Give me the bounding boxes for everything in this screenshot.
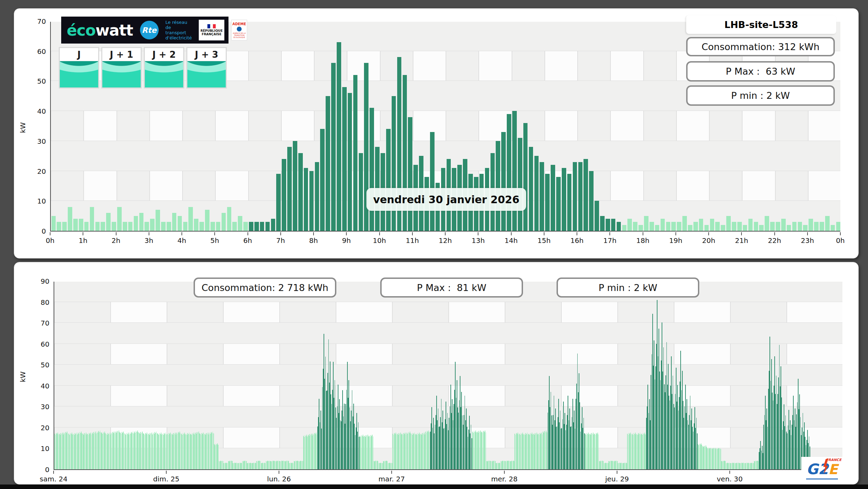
- selected-day-annotation: vendredi 30 janvier 2026: [366, 188, 526, 211]
- bar: [134, 216, 138, 231]
- bar: [836, 222, 840, 231]
- rte-logo: Rte: [140, 21, 159, 39]
- bar: [825, 216, 830, 231]
- bar: [627, 219, 632, 231]
- bar: [84, 222, 89, 231]
- checker-cell: [54, 386, 111, 407]
- checker-cell: [392, 302, 449, 323]
- bar: [205, 210, 209, 231]
- checker-cell: [280, 302, 336, 323]
- bar: [370, 108, 374, 231]
- bar: [567, 174, 572, 231]
- tab-day-j2[interactable]: J + 2: [144, 47, 184, 88]
- ecowatt-signal-green-icon: [60, 61, 98, 87]
- gridline: [54, 385, 842, 386]
- tab-day-j3[interactable]: J + 3: [186, 47, 227, 88]
- checker-cell: [561, 302, 618, 323]
- checker-cell: [808, 171, 840, 201]
- bar: [710, 219, 715, 231]
- weekly-pmax-stat: P Max : 81 kW: [380, 278, 523, 298]
- bar: [144, 222, 149, 231]
- bar: [178, 216, 182, 231]
- rte-logo-text: Rte: [142, 26, 156, 35]
- checker-cell: [775, 111, 808, 141]
- bar: [551, 165, 555, 231]
- bar: [353, 75, 358, 231]
- bar: [304, 168, 308, 231]
- bar: [298, 153, 303, 231]
- checker-cell: [215, 171, 248, 201]
- bar: [62, 222, 67, 231]
- checker-cell: [117, 171, 150, 201]
- bar: [781, 219, 786, 231]
- checker-cell: [808, 111, 840, 141]
- bar: [600, 216, 605, 231]
- checker-cell: [380, 51, 413, 81]
- bar: [650, 222, 654, 231]
- checker-cell: [561, 344, 618, 365]
- bar: [331, 63, 336, 231]
- checker-cell: [223, 302, 280, 323]
- bar: [232, 222, 237, 231]
- bar: [578, 162, 583, 231]
- bar: [276, 174, 281, 231]
- bar: [743, 225, 747, 231]
- bar: [183, 222, 188, 231]
- checker-cell: [150, 171, 183, 201]
- bar: [282, 159, 286, 231]
- checker-cell: [413, 111, 446, 141]
- bar: [792, 222, 797, 231]
- bar: [271, 219, 276, 231]
- gridline: [54, 364, 842, 365]
- checker-cell: [709, 111, 742, 141]
- checker-cell: [281, 51, 314, 81]
- checker-cell: [479, 51, 512, 81]
- checker-cell: [167, 344, 223, 365]
- checker-cell: [512, 51, 545, 81]
- checker-cell: [111, 302, 167, 323]
- bar: [128, 222, 133, 231]
- bar: [831, 225, 835, 231]
- bar: [73, 219, 78, 231]
- bar: [814, 222, 819, 231]
- bar: [156, 210, 160, 231]
- bar: [809, 219, 813, 231]
- bar: [677, 222, 681, 231]
- ademe-globe-icon: [237, 27, 242, 31]
- bar: [523, 123, 528, 231]
- bar: [589, 171, 594, 231]
- gridline: [51, 141, 840, 141]
- bar: [79, 219, 83, 231]
- checker-cell: [742, 171, 775, 201]
- gridline: [51, 111, 840, 111]
- tab-day-j[interactable]: J: [59, 47, 99, 88]
- bar: [787, 225, 791, 231]
- g2e-logo-e: E: [828, 462, 838, 476]
- gridline: [54, 427, 842, 427]
- checker-cell: [730, 344, 787, 365]
- rte-tagline: Le réseau de transport d'électricité: [166, 20, 192, 40]
- bar: [798, 222, 802, 231]
- french-flag-icon: [207, 24, 216, 28]
- bar: [584, 159, 588, 231]
- checker-cell: [54, 344, 111, 365]
- ecowatt-logo-eco: éco: [67, 21, 95, 39]
- checker-cell: [280, 344, 336, 365]
- checker-cell: [281, 111, 314, 141]
- checker-cell: [505, 344, 561, 365]
- bar: [188, 207, 193, 231]
- bar: [337, 42, 341, 231]
- bar: [309, 171, 314, 231]
- daily-pmax-stat: P Max : 63 kW: [686, 61, 835, 82]
- bar: [682, 216, 687, 231]
- gridline: [54, 344, 842, 344]
- republique-francaise-text: RÉPUBLIQUEFRANÇAISE: [200, 29, 223, 36]
- checker-cell: [249, 111, 281, 141]
- bar: [68, 207, 72, 231]
- tab-day-j1[interactable]: J + 1: [101, 47, 142, 88]
- checker-cell: [578, 111, 610, 141]
- gridline: [54, 322, 842, 323]
- checker-cell: [347, 51, 380, 81]
- tab-day-j-label: J: [60, 48, 98, 61]
- checker-cell: [347, 111, 380, 141]
